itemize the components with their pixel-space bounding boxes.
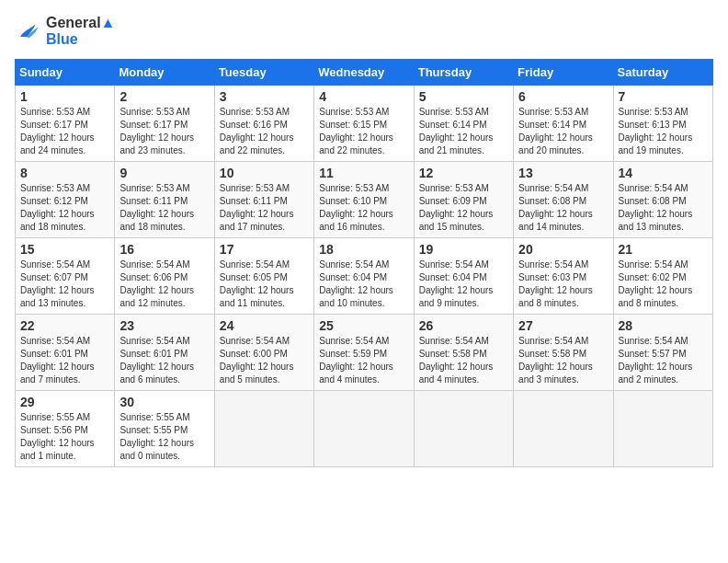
calendar-cell: 24Sunrise: 5:54 AM Sunset: 6:00 PM Dayli… — [214, 315, 313, 391]
day-info: Sunrise: 5:54 AM Sunset: 5:58 PM Dayligh… — [518, 335, 608, 386]
calendar-cell: 18Sunrise: 5:54 AM Sunset: 6:04 PM Dayli… — [314, 238, 414, 315]
day-info: Sunrise: 5:55 AM Sunset: 5:55 PM Dayligh… — [119, 411, 209, 463]
calendar-cell: 11Sunrise: 5:53 AM Sunset: 6:10 PM Dayli… — [314, 162, 414, 238]
weekday-header-friday: Friday — [514, 60, 613, 86]
weekday-header-sunday: Sunday — [16, 60, 115, 86]
day-info: Sunrise: 5:53 AM Sunset: 6:11 PM Dayligh… — [119, 182, 209, 234]
day-number: 12 — [419, 166, 508, 180]
day-number: 16 — [119, 242, 209, 257]
day-number: 8 — [20, 166, 109, 180]
day-number: 17 — [220, 242, 309, 257]
day-number: 15 — [20, 242, 109, 257]
calendar-cell: 3Sunrise: 5:53 AM Sunset: 6:16 PM Daylig… — [214, 86, 313, 162]
calendar-cell: 9Sunrise: 5:53 AM Sunset: 6:11 PM Daylig… — [115, 162, 214, 238]
calendar-table: SundayMondayTuesdayWednesdayThursdayFrid… — [15, 59, 713, 467]
day-number: 3 — [220, 89, 309, 104]
day-number: 18 — [319, 242, 408, 257]
calendar-cell: 30Sunrise: 5:55 AM Sunset: 5:55 PM Dayli… — [115, 391, 214, 467]
day-info: Sunrise: 5:54 AM Sunset: 6:08 PM Dayligh… — [518, 182, 608, 234]
day-number: 7 — [619, 89, 708, 104]
calendar-cell: 1Sunrise: 5:53 AM Sunset: 6:17 PM Daylig… — [16, 86, 115, 162]
calendar-cell — [414, 391, 513, 467]
calendar-cell: 26Sunrise: 5:54 AM Sunset: 5:58 PM Dayli… — [414, 315, 513, 391]
calendar-cell: 2Sunrise: 5:53 AM Sunset: 6:17 PM Daylig… — [115, 86, 214, 162]
day-info: Sunrise: 5:54 AM Sunset: 6:05 PM Dayligh… — [220, 259, 309, 310]
day-info: Sunrise: 5:54 AM Sunset: 5:58 PM Dayligh… — [419, 335, 508, 386]
day-number: 4 — [319, 89, 408, 104]
day-info: Sunrise: 5:54 AM Sunset: 6:04 PM Dayligh… — [319, 259, 408, 310]
day-info: Sunrise: 5:54 AM Sunset: 6:00 PM Dayligh… — [220, 335, 309, 386]
day-info: Sunrise: 5:54 AM Sunset: 6:02 PM Dayligh… — [619, 259, 708, 310]
calendar-cell — [214, 391, 313, 467]
day-number: 13 — [518, 166, 608, 180]
logo-text: General▲ Blue — [46, 15, 115, 48]
day-number: 11 — [319, 166, 408, 180]
day-number: 2 — [119, 89, 209, 104]
day-info: Sunrise: 5:53 AM Sunset: 6:12 PM Dayligh… — [20, 182, 109, 234]
calendar-cell — [613, 391, 712, 467]
weekday-header-row: SundayMondayTuesdayWednesdayThursdayFrid… — [16, 60, 713, 86]
calendar-cell: 23Sunrise: 5:54 AM Sunset: 6:01 PM Dayli… — [115, 315, 214, 391]
weekday-header-saturday: Saturday — [613, 60, 712, 86]
weekday-header-monday: Monday — [115, 60, 214, 86]
calendar-cell: 19Sunrise: 5:54 AM Sunset: 6:04 PM Dayli… — [414, 238, 513, 315]
calendar-cell — [514, 391, 613, 467]
day-number: 20 — [518, 242, 608, 257]
calendar-cell: 22Sunrise: 5:54 AM Sunset: 6:01 PM Dayli… — [16, 315, 115, 391]
calendar-cell: 10Sunrise: 5:53 AM Sunset: 6:11 PM Dayli… — [214, 162, 313, 238]
day-info: Sunrise: 5:53 AM Sunset: 6:16 PM Dayligh… — [220, 106, 309, 157]
day-info: Sunrise: 5:53 AM Sunset: 6:13 PM Dayligh… — [619, 106, 708, 157]
day-info: Sunrise: 5:54 AM Sunset: 6:04 PM Dayligh… — [419, 259, 508, 310]
calendar-cell: 7Sunrise: 5:53 AM Sunset: 6:13 PM Daylig… — [613, 86, 712, 162]
calendar-cell: 6Sunrise: 5:53 AM Sunset: 6:14 PM Daylig… — [514, 86, 613, 162]
day-number: 26 — [419, 318, 508, 333]
day-info: Sunrise: 5:53 AM Sunset: 6:17 PM Dayligh… — [119, 106, 209, 157]
day-number: 1 — [20, 89, 109, 104]
day-number: 22 — [20, 318, 109, 333]
day-info: Sunrise: 5:53 AM Sunset: 6:11 PM Dayligh… — [220, 182, 309, 234]
weekday-header-thursday: Thursday — [414, 60, 513, 86]
calendar-cell: 17Sunrise: 5:54 AM Sunset: 6:05 PM Dayli… — [214, 238, 313, 315]
calendar-week-row: 29Sunrise: 5:55 AM Sunset: 5:56 PM Dayli… — [16, 391, 713, 467]
weekday-header-tuesday: Tuesday — [214, 60, 313, 86]
calendar-cell: 14Sunrise: 5:54 AM Sunset: 6:08 PM Dayli… — [613, 162, 712, 238]
calendar-cell: 29Sunrise: 5:55 AM Sunset: 5:56 PM Dayli… — [16, 391, 115, 467]
calendar-week-row: 15Sunrise: 5:54 AM Sunset: 6:07 PM Dayli… — [16, 238, 713, 315]
day-info: Sunrise: 5:53 AM Sunset: 6:15 PM Dayligh… — [319, 106, 408, 157]
calendar-cell: 15Sunrise: 5:54 AM Sunset: 6:07 PM Dayli… — [16, 238, 115, 315]
calendar-week-row: 22Sunrise: 5:54 AM Sunset: 6:01 PM Dayli… — [16, 315, 713, 391]
day-number: 19 — [419, 242, 508, 257]
calendar-cell: 13Sunrise: 5:54 AM Sunset: 6:08 PM Dayli… — [514, 162, 613, 238]
calendar-cell: 8Sunrise: 5:53 AM Sunset: 6:12 PM Daylig… — [16, 162, 115, 238]
day-info: Sunrise: 5:54 AM Sunset: 6:01 PM Dayligh… — [20, 335, 109, 386]
day-info: Sunrise: 5:53 AM Sunset: 6:10 PM Dayligh… — [319, 182, 408, 234]
day-number: 6 — [518, 89, 608, 104]
logo: General▲ Blue — [15, 15, 115, 48]
logo-icon — [15, 17, 42, 45]
day-info: Sunrise: 5:55 AM Sunset: 5:56 PM Dayligh… — [20, 411, 109, 463]
day-info: Sunrise: 5:53 AM Sunset: 6:09 PM Dayligh… — [419, 182, 508, 234]
calendar-cell — [314, 391, 414, 467]
day-info: Sunrise: 5:53 AM Sunset: 6:14 PM Dayligh… — [518, 106, 608, 157]
calendar-cell: 12Sunrise: 5:53 AM Sunset: 6:09 PM Dayli… — [414, 162, 513, 238]
day-info: Sunrise: 5:54 AM Sunset: 6:03 PM Dayligh… — [518, 259, 608, 310]
calendar-cell: 5Sunrise: 5:53 AM Sunset: 6:14 PM Daylig… — [414, 86, 513, 162]
day-info: Sunrise: 5:53 AM Sunset: 6:14 PM Dayligh… — [419, 106, 508, 157]
day-number: 29 — [20, 395, 109, 409]
day-info: Sunrise: 5:54 AM Sunset: 6:08 PM Dayligh… — [619, 182, 708, 234]
day-number: 28 — [619, 318, 708, 333]
calendar-cell: 28Sunrise: 5:54 AM Sunset: 5:57 PM Dayli… — [613, 315, 712, 391]
calendar-cell: 21Sunrise: 5:54 AM Sunset: 6:02 PM Dayli… — [613, 238, 712, 315]
calendar-cell: 25Sunrise: 5:54 AM Sunset: 5:59 PM Dayli… — [314, 315, 414, 391]
day-number: 10 — [220, 166, 309, 180]
day-info: Sunrise: 5:54 AM Sunset: 6:07 PM Dayligh… — [20, 259, 109, 310]
calendar-cell: 20Sunrise: 5:54 AM Sunset: 6:03 PM Dayli… — [514, 238, 613, 315]
day-number: 23 — [119, 318, 209, 333]
day-info: Sunrise: 5:54 AM Sunset: 6:06 PM Dayligh… — [119, 259, 209, 310]
day-info: Sunrise: 5:54 AM Sunset: 5:57 PM Dayligh… — [619, 335, 708, 386]
calendar-week-row: 1Sunrise: 5:53 AM Sunset: 6:17 PM Daylig… — [16, 86, 713, 162]
calendar-cell: 4Sunrise: 5:53 AM Sunset: 6:15 PM Daylig… — [314, 86, 414, 162]
calendar-cell: 16Sunrise: 5:54 AM Sunset: 6:06 PM Dayli… — [115, 238, 214, 315]
weekday-header-wednesday: Wednesday — [314, 60, 414, 86]
day-number: 21 — [619, 242, 708, 257]
